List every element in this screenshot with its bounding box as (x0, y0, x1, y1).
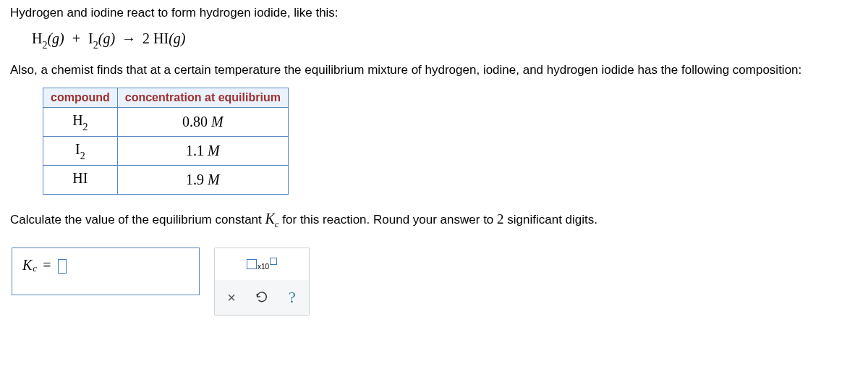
answer-sub: c (33, 263, 37, 274)
table-row: H2 0.80 M (43, 108, 289, 137)
compound-base: I (75, 141, 80, 157)
reactant2-sub: 2 (93, 40, 98, 51)
reset-button[interactable] (252, 287, 272, 308)
equilibrium-table: compound concentration at equilibrium H2… (43, 88, 289, 195)
tool-row-top: x10 (215, 248, 309, 280)
context-text: Also, a chemist finds that at a certain … (10, 63, 858, 77)
help-button[interactable]: ? (282, 287, 302, 308)
tool-row-bottom: × ? (215, 280, 309, 315)
compound-base: H (72, 112, 82, 128)
answer-kc-label: Kc = (22, 257, 67, 274)
reactant2-state: (g) (98, 30, 115, 46)
table-header-compound: compound (43, 88, 118, 108)
answer-input[interactable] (58, 259, 67, 274)
table-row: I2 1.1 M (43, 137, 289, 166)
sci-exponent-placeholder-icon (270, 258, 277, 265)
conc-unit: M (208, 172, 220, 187)
product-base: HI (153, 30, 169, 46)
product-state: (g) (169, 30, 185, 46)
intro-text: Hydrogen and iodine react to form hydrog… (10, 6, 858, 20)
reactant2-base: I (88, 30, 93, 46)
sig-digit-count: 2 (497, 211, 504, 227)
sci-x10-label: x10 (258, 263, 269, 271)
table-header-concentration: concentration at equilibrium (117, 88, 288, 108)
reactant1-sub: 2 (42, 40, 47, 51)
question-suffix: for this reaction. Round your answer to (279, 213, 497, 227)
clear-button[interactable]: × (221, 287, 242, 308)
sci-mantissa-placeholder-icon (247, 259, 257, 269)
product-coef: 2 (142, 30, 150, 46)
plus-sign: + (72, 30, 80, 46)
answer-box: Kc = (12, 248, 200, 295)
reactant1-state: (g) (47, 30, 64, 46)
compound-base: HI (72, 170, 88, 186)
question-prefix: Calculate the value of the equilibrium c… (10, 213, 265, 227)
scientific-notation-button[interactable]: x10 (247, 259, 277, 269)
table-row: HI 1.9 M (43, 166, 289, 195)
tool-panel: x10 × ? (214, 248, 310, 316)
kc-k: K (265, 211, 274, 227)
conc-unit: M (208, 143, 220, 158)
undo-icon (255, 291, 268, 304)
conc-value: 1.1 (186, 143, 204, 158)
chemical-equation: H2(g) + I2(g) → 2 HI(g) (32, 30, 858, 50)
conc-unit: M (211, 114, 224, 130)
conc-value: 0.80 (182, 114, 208, 130)
conc-value: 1.9 (186, 172, 204, 187)
compound-sub: 2 (80, 151, 85, 161)
reactant1-base: H (32, 30, 42, 46)
question-tail: significant digits. (504, 213, 597, 227)
help-icon: ? (289, 288, 296, 307)
reaction-arrow: → (122, 30, 136, 46)
answer-k: K (22, 257, 32, 274)
question-text: Calculate the value of the equilibrium c… (10, 211, 858, 230)
equals-sign: = (43, 257, 51, 274)
compound-sub: 2 (83, 122, 88, 132)
close-icon: × (227, 290, 236, 305)
